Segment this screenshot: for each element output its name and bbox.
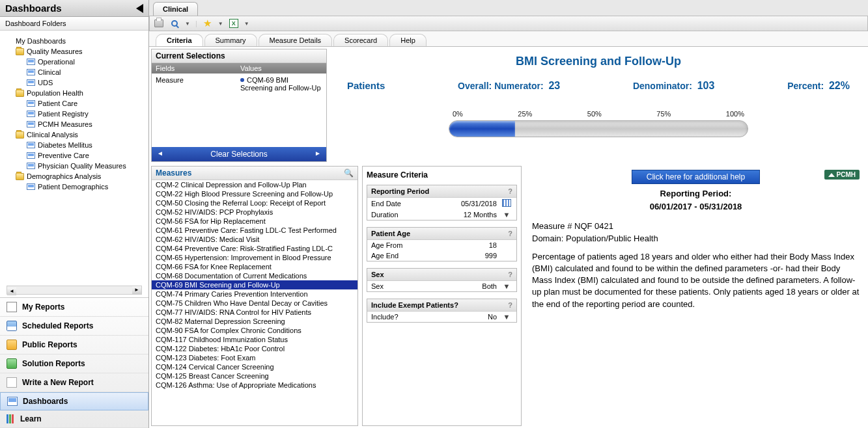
tab-criteria[interactable]: Criteria [156,34,203,46]
criteria-value[interactable]: 18 [417,241,501,249]
tree-node-demographics-analysis[interactable]: Demographics Analysis [3,171,146,181]
favorite-dropdown-icon[interactable]: ▼ [218,21,223,27]
nav-scheduled-reports[interactable]: Scheduled Reports [0,317,148,336]
overall-numerator: Overall: Numerator: 23 [458,80,560,92]
gauge-tick: 100% [726,110,744,118]
nav-label: Write a New Report [22,378,94,387]
measure-item[interactable]: CQM-123 Diabetes: Foot Exam [152,353,357,362]
tree-node-clinical[interactable]: Clinical [3,67,146,77]
dropdown-button[interactable]: ▼ [501,313,512,321]
measures-search-icon[interactable]: 🔍 [344,168,354,178]
zoom-dropdown-icon[interactable]: ▼ [185,21,190,27]
measure-item[interactable]: CQM-75 Children Who Have Dental Decay or… [152,299,357,308]
measure-item[interactable]: CQM-68 Documentation of Current Medicati… [152,271,357,280]
tab-clinical[interactable]: Clinical [153,2,198,16]
scroll-left-icon[interactable]: ◄ [7,288,16,295]
tree-node-preventive-care[interactable]: Preventive Care [3,150,146,161]
tree-node-uds[interactable]: UDS [3,77,146,88]
criteria-group: Patient Age?Age From18Age End999 [367,227,517,261]
measure-item[interactable]: CQM-125 Breast Cancer Screening [152,371,357,381]
nav-dashboards[interactable]: Dashboards [0,392,148,410]
measure-item[interactable]: CQM-61 Preventive Care: Fasting LDL-C Te… [152,226,357,235]
tree-node-patient-care[interactable]: Patient Care [3,98,146,109]
criteria-value[interactable]: 05/31/2018 [417,200,501,207]
favorite-button[interactable]: ★ [203,18,213,29]
tree-label: Patient Demographics [38,183,108,191]
additional-help-button[interactable]: Click here for additional help [632,170,760,184]
measure-item[interactable]: CQM-90 FSA for Complex Chronic Condition… [152,326,357,335]
criteria-group-title: Patient Age [371,230,410,237]
tree-horizontal-scrollbar[interactable]: ◄ ► [7,286,142,295]
selection-prev-button[interactable]: ◄ [152,147,169,161]
measure-item[interactable]: CQM-74 Primary Caries Prevention Interve… [152,289,357,299]
gauge: 0%25%50%75%100% [449,110,748,137]
tree-node-pcmh-measures[interactable]: PCMH Measures [3,119,146,129]
help-icon[interactable]: ? [508,271,512,278]
nav-label: Learn [20,414,42,423]
nav-public-reports[interactable]: Public Reports [0,336,148,354]
tree-node-patient-registry[interactable]: Patient Registry [3,109,146,119]
measure-item[interactable]: CQM-77 HIV/AIDS: RNA Control for HIV Pat… [152,308,357,317]
help-icon[interactable]: ? [508,187,512,195]
calendar-button[interactable] [501,199,512,208]
tree-node-population-health[interactable]: Population Health [3,88,146,98]
tree-node-diabetes-mellitus[interactable]: Diabetes Mellitus [3,140,146,150]
tree-node-quality-measures[interactable]: Quality Measures [3,46,146,57]
selections-fields-header: Fields [152,63,236,74]
measure-item[interactable]: CQM-2 Clinical Depression and Follow-Up … [152,180,357,189]
measure-item[interactable]: CQM-50 Closing the Referral Loop: Receip… [152,198,357,207]
nav-links: My ReportsScheduled ReportsPublic Report… [0,297,148,428]
measure-item[interactable]: CQM-82 Maternal Depression Screening [152,317,357,326]
measure-item[interactable]: CQM-122 Diabetes: HbA1c Poor Control [152,344,357,353]
export-excel-button[interactable]: X [229,18,239,29]
measure-item[interactable]: CQM-64 Preventive Care: Risk-Stratified … [152,244,357,253]
selection-next-button[interactable]: ► [309,147,326,161]
tree-node-patient-demographics[interactable]: Patient Demographics [3,181,146,192]
measure-item[interactable]: CQM-65 Hypertension: Improvement in Bloo… [152,253,357,262]
nav-my-reports[interactable]: My Reports [0,298,148,317]
dropdown-button[interactable]: ▼ [501,282,512,290]
nav-learn[interactable]: Learn [0,410,148,428]
measure-item[interactable]: CQM-22 High Blood Pressure Screening and… [152,189,357,198]
measure-item[interactable]: CQM-66 FSA for Knee Replacement [152,262,357,271]
measure-item[interactable]: CQM-56 FSA for Hip Replacement [152,217,357,226]
tree-node-operational[interactable]: Operational [3,57,146,67]
sol-icon [7,358,17,369]
patients-label: Patients [347,80,385,91]
measure-item[interactable]: CQM-126 Asthma: Use of Appropriate Medic… [152,381,357,390]
nav-solution-reports[interactable]: Solution Reports [0,354,148,373]
criteria-value[interactable]: No [417,313,501,321]
tab-summary[interactable]: Summary [204,34,257,46]
measure-item[interactable]: CQM-52 HIV/AIDS: PCP Prophylaxis [152,207,357,217]
tree-node-physician-quality-measures[interactable]: Physician Quality Measures [3,161,146,171]
measure-item[interactable]: CQM-69 BMI Screening and Follow-Up [152,280,357,289]
tab-help[interactable]: Help [389,34,427,46]
collapse-sidebar-icon[interactable] [136,4,143,13]
help-icon[interactable]: ? [508,230,512,237]
tree-label: Demographics Analysis [27,172,101,180]
folder-icon [16,90,24,97]
tree-node-my-dashboards[interactable]: My Dashboards [3,36,146,46]
tree-node-clinical-analysis[interactable]: Clinical Analysis [3,129,146,140]
print-button[interactable] [154,18,164,29]
dropdown-button[interactable]: ▼ [501,211,512,219]
criteria-label: End Date [371,200,417,207]
dashboard-icon [27,79,35,86]
export-dropdown-icon[interactable]: ▼ [244,21,249,27]
criteria-value[interactable]: Both [417,282,501,290]
criteria-value[interactable]: 12 Months [417,211,501,219]
folder-icon [16,48,24,55]
clear-selections-button[interactable]: Clear Selections [169,147,309,161]
zoom-button[interactable] [169,18,180,29]
measure-item[interactable]: CQM-124 Cervical Cancer Screening [152,362,357,371]
criteria-value[interactable]: 999 [417,252,501,260]
measure-description: Percentage of patients aged 18 years and… [532,251,860,310]
tab-measure-details[interactable]: Measure Details [259,34,332,46]
nav-write-a-new-report[interactable]: Write a New Report [0,373,148,392]
excel-icon: X [229,19,238,28]
measure-item[interactable]: CQM-117 Childhood Immunization Status [152,335,357,344]
tab-scorecard[interactable]: Scorecard [333,34,388,46]
help-icon[interactable]: ? [508,301,512,309]
scroll-right-icon[interactable]: ► [132,286,141,294]
measure-item[interactable]: CQM-62 HIV/AIDS: Medical Visit [152,235,357,244]
